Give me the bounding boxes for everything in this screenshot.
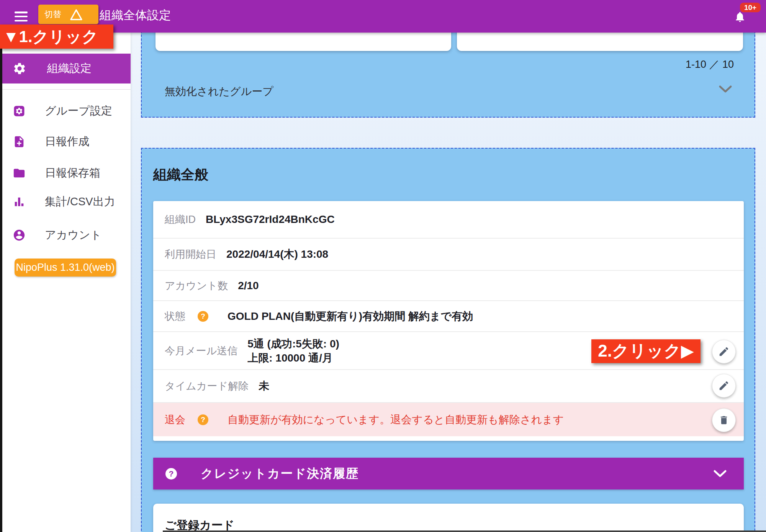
sidebar-divider — [0, 89, 131, 90]
sidebar: 組織設定 グループ設定 日報作成 日報保存箱 集計/CSV出力 — [0, 33, 131, 532]
sidebar-item-label: 日報保存箱 — [45, 165, 100, 181]
table-row-timecard-unlock: タイムカード解除 未 — [153, 369, 744, 402]
table-bottom-padding — [153, 436, 744, 441]
row-value: BLyx3SG72rId24BnKcGC — [206, 213, 335, 226]
mail-count-line: 5通 (成功:5失敗: 0) — [247, 338, 339, 350]
withdraw-delete-button[interactable] — [712, 408, 736, 432]
row-label: 退会 — [165, 413, 185, 427]
table-row-org-id: 組織ID BLyx3SG72rId24BnKcGC — [153, 201, 744, 238]
edit-timecard-button[interactable] — [712, 374, 736, 398]
row-label: 利用開始日 — [165, 247, 216, 261]
folder-icon — [13, 167, 26, 180]
chevron-down-icon[interactable] — [713, 470, 727, 478]
row-value: 5通 (成功:5失敗: 0) 上限: 10000 通/月 — [247, 337, 339, 365]
help-icon[interactable]: ? — [198, 311, 208, 322]
sidebar-item-account[interactable]: アカウント — [0, 224, 131, 247]
disabled-groups-accordion[interactable]: 無効化されたグループ — [165, 84, 273, 99]
triangle-up-icon — [70, 8, 83, 21]
app-header: 切替 組織全体設定 10+ — [0, 0, 766, 33]
table-row-start-date: 利用開始日 2022/04/14(木) 13:08 — [153, 238, 744, 270]
sidebar-item-org-settings[interactable]: 組織設定 — [2, 54, 131, 83]
organization-table: 組織ID BLyx3SG72rId24BnKcGC 利用開始日 2022/04/… — [153, 201, 744, 441]
gear-icon — [13, 62, 26, 75]
registered-card-title: ご登録カード — [165, 517, 234, 532]
sidebar-item-label: 集計/CSV出力 — [45, 194, 115, 210]
switch-button-label: 切替 — [44, 9, 61, 20]
table-row-status: 状態 ? GOLD PLAN(自動更新有り)有効期間 解約まで有効 — [153, 300, 744, 331]
chevron-down-icon[interactable] — [719, 85, 732, 93]
credit-history-title: クレジットカード決済履歴 — [201, 465, 359, 482]
sidebar-item-report-box[interactable]: 日報保存箱 — [0, 162, 131, 185]
edit-mail-limit-button[interactable] — [712, 340, 736, 363]
withdraw-warning-text: 自動更新が有効になっています。退会すると自動更新も解除されます — [228, 413, 564, 427]
sidebar-item-label: 日報作成 — [45, 134, 89, 149]
sidebar-item-csv-export[interactable]: 集計/CSV出力 — [0, 190, 131, 213]
bar-chart-icon — [13, 195, 26, 208]
help-icon[interactable]: ? — [165, 468, 177, 480]
row-label: 今月メール送信 — [165, 344, 237, 358]
help-icon[interactable]: ? — [198, 414, 208, 425]
table-row-account-count: アカウント数 2/10 — [153, 270, 744, 300]
sidebar-item-label: 組織設定 — [47, 61, 92, 76]
sidebar-item-label: グループ設定 — [45, 103, 112, 119]
notification-bell-icon[interactable] — [734, 10, 746, 23]
pencil-icon — [718, 380, 730, 391]
app-screen: 1-10 ／ 10 無効化されたグループ 組織全般 組織ID BLyx3SG72… — [0, 0, 766, 532]
switch-org-button[interactable]: 切替 — [38, 5, 98, 24]
notification-count-badge[interactable]: 10+ — [740, 3, 761, 12]
registered-card-panel: ご登録カード — [153, 504, 744, 532]
drawer-edge — [0, 33, 2, 532]
annotation-step2: 2.クリック▶ — [591, 339, 701, 363]
pagination-label: 1-10 ／ 10 — [686, 57, 734, 71]
account-icon — [13, 229, 26, 242]
note-add-icon — [13, 135, 26, 148]
credit-card-history-accordion[interactable]: ? クレジットカード決済履歴 — [153, 458, 744, 489]
row-value: 2/10 — [238, 280, 259, 292]
annotation-step1: ▼1.クリック — [0, 25, 113, 49]
version-badge[interactable]: NipoPlus 1.31.0(web) — [15, 259, 116, 277]
sidebar-item-group-settings[interactable]: グループ設定 — [0, 100, 131, 123]
sidebar-item-label: アカウント — [45, 228, 101, 243]
mail-limit-line: 上限: 10000 通/月 — [247, 352, 333, 364]
row-label: 組織ID — [165, 213, 196, 226]
row-label: タイムカード解除 — [165, 379, 249, 393]
table-row-withdraw: 退会 ? 自動更新が有効になっています。退会すると自動更新も解除されます — [153, 402, 744, 436]
row-label: アカウント数 — [165, 279, 228, 293]
row-value: 未 — [259, 379, 269, 393]
hamburger-menu-icon[interactable] — [15, 11, 28, 21]
section-title: 組織全般 — [153, 165, 208, 184]
pencil-icon — [718, 346, 730, 357]
window-bottom-edge — [163, 530, 766, 532]
row-value: GOLD PLAN(自動更新有り)有効期間 解約まで有効 — [228, 309, 473, 324]
row-label: 状態 — [165, 309, 185, 323]
sidebar-item-create-report[interactable]: 日報作成 — [0, 130, 131, 153]
trash-icon — [719, 414, 729, 426]
row-value: 2022/04/14(木) 13:08 — [226, 247, 328, 262]
group-settings-icon — [13, 105, 26, 118]
